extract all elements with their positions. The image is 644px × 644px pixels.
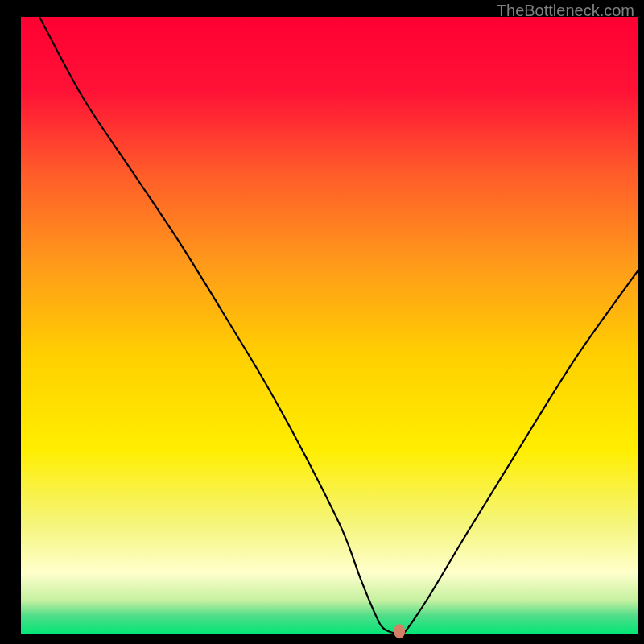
watermark-text: TheBottleneck.com [497,2,634,20]
chart-container: TheBottleneck.com [0,0,644,644]
bottleneck-chart [0,0,644,644]
plot-area-background [21,17,638,634]
optimal-point-marker [394,624,405,638]
